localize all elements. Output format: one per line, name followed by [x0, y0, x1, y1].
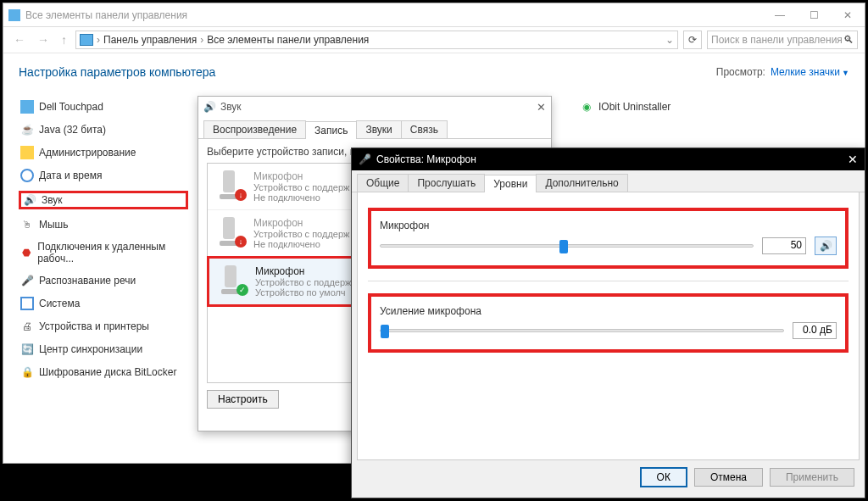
tab-listen[interactable]: Прослушать — [408, 174, 485, 192]
speaker-icon: 🔊 — [203, 101, 215, 113]
search-icon[interactable]: 🔍︎ — [843, 34, 854, 46]
mic-level-group: Микрофон 50 🔊 — [368, 208, 849, 269]
cp-item-sync[interactable]: 🔄Центр синхронизации — [19, 342, 188, 357]
configure-button[interactable]: Настроить — [207, 390, 279, 409]
search-input[interactable]: Поиск в панели управления 🔍︎ — [707, 31, 858, 49]
clock-icon — [20, 169, 34, 182]
close-button[interactable]: ✕ — [831, 4, 865, 26]
tab-levels[interactable]: Уровни — [484, 175, 537, 192]
dialog-buttons: ОК Отмена Применить — [352, 460, 865, 494]
up-button[interactable]: ↑ — [58, 31, 70, 48]
breadcrumb-item[interactable]: Все элементы панели управления — [207, 34, 369, 46]
toolbar: ← → ↑ › Панель управления › Все элементы… — [3, 26, 865, 53]
cancel-button[interactable]: Отмена — [694, 468, 763, 487]
sync-icon: 🔄 — [20, 342, 34, 356]
speech-icon: 🎤 — [20, 274, 34, 287]
cp-item-sound[interactable]: 🔊Звук — [19, 191, 188, 209]
mic-properties-dialog: 🎤 Свойства: Микрофон ✕ Общие Прослушать … — [351, 148, 865, 498]
devices-icon: 🖨 — [20, 320, 34, 333]
mic-icon: ↓ — [216, 217, 245, 246]
properties-titlebar[interactable]: 🎤 Свойства: Микрофон ✕ — [352, 148, 865, 170]
titlebar[interactable]: Все элементы панели управления — ☐ ✕ — [3, 3, 865, 26]
close-icon[interactable]: ✕ — [537, 101, 546, 114]
iobit-icon: ◉ — [580, 100, 593, 114]
tab-general[interactable]: Общие — [357, 174, 409, 192]
mic-level-value[interactable]: 50 — [762, 237, 806, 254]
dropdown-icon[interactable]: ⌄ — [665, 34, 674, 46]
control-panel-icon — [8, 9, 20, 21]
cp-item-datetime[interactable]: Дата и время — [19, 168, 188, 183]
breadcrumb-item[interactable]: Панель управления — [103, 34, 197, 46]
mouse-icon: 🖱 — [20, 218, 34, 231]
remote-icon: ⬣ — [20, 246, 32, 259]
bitlocker-icon: 🔒 — [20, 365, 34, 379]
cp-item-iobit[interactable]: ◉IObit Uninstaller — [578, 99, 748, 114]
cp-item-admin[interactable]: Администрирование — [19, 145, 188, 160]
tab-advanced[interactable]: Дополнительно — [536, 174, 627, 192]
mic-boost-slider[interactable] — [380, 329, 784, 332]
apply-button[interactable]: Применить — [770, 468, 854, 487]
sound-icon: 🔊 — [23, 193, 36, 207]
admin-icon — [20, 146, 34, 159]
maximize-button[interactable]: ☐ — [797, 4, 831, 26]
mute-button[interactable]: 🔊 — [815, 237, 837, 255]
mic-icon: 🎤 — [359, 153, 371, 165]
touchpad-icon — [20, 100, 34, 114]
close-icon[interactable]: ✕ — [848, 153, 858, 166]
sound-tabs: Воспроизведение Запись Звуки Связь — [198, 117, 551, 139]
system-icon — [20, 297, 34, 310]
cp-item-system[interactable]: Система — [19, 296, 188, 311]
cp-item-bitlocker[interactable]: 🔒Шифрование диска BitLocker — [19, 365, 188, 380]
addr-icon — [80, 34, 93, 46]
cp-item-remote[interactable]: ⬣Подключения к удаленным рабоч... — [19, 240, 188, 265]
tab-recording[interactable]: Запись — [305, 121, 357, 139]
cp-item-mouse[interactable]: 🖱Мышь — [19, 217, 188, 232]
mic-boost-label: Усиление микрофона — [380, 305, 837, 317]
cp-item-devices[interactable]: 🖨Устройства и принтеры — [19, 319, 188, 334]
tab-sounds[interactable]: Звуки — [356, 120, 401, 138]
tab-comm[interactable]: Связь — [401, 120, 448, 138]
refresh-button[interactable]: ⟳ — [683, 31, 702, 49]
mic-boost-value[interactable]: 0.0 дБ — [793, 322, 837, 339]
page-title: Настройка параметров компьютера — [19, 65, 716, 79]
breadcrumb[interactable]: › Панель управления › Все элементы панел… — [75, 31, 678, 49]
cp-item-speech[interactable]: 🎤Распознавание речи — [19, 273, 188, 288]
mic-level-slider[interactable] — [380, 244, 754, 248]
search-placeholder: Поиск в панели управления — [711, 34, 843, 46]
mic-boost-group: Усиление микрофона 0.0 дБ — [368, 293, 849, 353]
cp-item-dell[interactable]: Dell Touchpad — [19, 99, 188, 114]
mic-icon: ↓ — [216, 170, 245, 199]
mic-level-label: Микрофон — [380, 220, 837, 231]
ok-button[interactable]: ОК — [640, 467, 687, 487]
view-dropdown[interactable]: Мелкие значки▼ — [771, 66, 849, 78]
java-icon: ☕ — [20, 123, 34, 136]
sound-dialog-titlebar[interactable]: 🔊 Звук ✕ — [198, 97, 551, 117]
tab-playback[interactable]: Воспроизведение — [203, 120, 306, 138]
view-label: Просмотр: — [716, 66, 765, 78]
mic-icon: ✓ — [218, 265, 247, 294]
sound-dialog-title: Звук — [220, 101, 242, 113]
forward-button[interactable]: → — [34, 31, 53, 48]
back-button[interactable]: ← — [10, 31, 29, 48]
window-title: Все элементы панели управления — [25, 9, 763, 21]
cp-item-java[interactable]: ☕Java (32 бита) — [19, 122, 188, 137]
minimize-button[interactable]: — — [763, 4, 797, 26]
properties-title: Свойства: Микрофон — [376, 153, 476, 165]
properties-tabs: Общие Прослушать Уровни Дополнительно — [352, 170, 865, 192]
